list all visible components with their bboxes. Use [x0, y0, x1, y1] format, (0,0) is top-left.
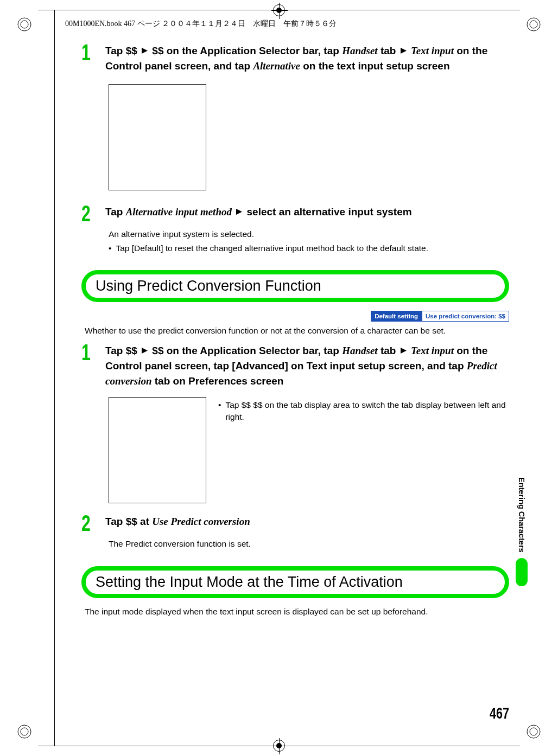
crop-line — [38, 746, 520, 746]
triangle-icon — [401, 48, 407, 54]
bullet-icon: • — [109, 242, 111, 254]
section-intro: The input mode displayed when the text i… — [85, 607, 509, 617]
svg-marker-10 — [236, 209, 242, 215]
crop-line — [54, 10, 55, 746]
screenshot-placeholder — [109, 397, 206, 503]
svg-marker-11 — [142, 348, 148, 354]
svg-point-4 — [18, 725, 31, 738]
triangle-icon — [401, 348, 407, 354]
step-title: Tap Alternative input method select an a… — [105, 204, 509, 220]
section-heading-text: Using Predict Conversion Function — [96, 278, 495, 294]
svg-marker-12 — [401, 348, 407, 354]
badge-label: Default setting — [371, 311, 422, 322]
default-setting-badge: Default setting Use predict conversion: … — [371, 311, 509, 322]
section-heading: Setting the Input Mode at the Time of Ac… — [81, 566, 509, 598]
svg-point-6 — [527, 725, 540, 738]
bullet-note: • Tap $$ $$ on the tab display area to s… — [218, 399, 509, 422]
svg-point-7 — [530, 728, 537, 735]
triangle-icon — [236, 209, 242, 215]
chapter-side-tab: Entering Characters — [516, 477, 528, 586]
step-number: 2 — [81, 202, 99, 225]
svg-point-3 — [530, 21, 537, 28]
badge-value: Use predict conversion: $$ — [422, 311, 509, 322]
ring-icon — [16, 723, 33, 740]
bullet-icon: • — [218, 399, 221, 422]
svg-point-1 — [21, 21, 28, 28]
step-1: 1 Tap $$ $$ on the Application Selector … — [81, 343, 509, 388]
step-title: Tap $$ $$ on the Application Selector ba… — [105, 43, 509, 73]
chapter-label: Entering Characters — [517, 477, 526, 553]
step-sub-text: An alternative input system is selected. — [109, 228, 509, 240]
svg-marker-8 — [142, 48, 148, 54]
ring-icon — [525, 16, 542, 33]
svg-point-5 — [21, 728, 28, 735]
step-number: 1 — [81, 41, 99, 64]
svg-point-2 — [527, 18, 540, 31]
section-intro: Whether to use the predict conversion fu… — [85, 326, 509, 336]
triangle-icon — [142, 48, 148, 54]
chapter-indicator — [516, 558, 528, 586]
page-number: 467 — [490, 704, 509, 722]
svg-point-0 — [18, 18, 31, 31]
section-heading-text: Setting the Input Mode at the Time of Ac… — [96, 574, 495, 591]
bullet-note: • Tap [Default] to reset the changed alt… — [109, 242, 509, 254]
crop-line — [38, 10, 520, 10]
svg-marker-9 — [401, 48, 407, 54]
figure-row: • Tap $$ $$ on the tab display area to s… — [81, 392, 509, 514]
ring-icon — [16, 16, 33, 33]
document-header-info: 00M1000EN.book 467 ページ ２００４年１１月２４日 水曜日 午… — [65, 19, 337, 29]
step-title: Tap $$ at Use Predict conversion — [105, 514, 509, 529]
screenshot-placeholder — [109, 84, 206, 190]
step-2: 2 Tap Alternative input method select an… — [81, 204, 509, 225]
side-note: • Tap $$ $$ on the tab display area to s… — [218, 397, 509, 422]
step-number: 2 — [81, 512, 99, 535]
step-sub-text: The Predict conversion function is set. — [109, 538, 509, 550]
ring-icon — [525, 723, 542, 740]
step-title: Tap $$ $$ on the Application Selector ba… — [105, 343, 509, 388]
registration-mark-top — [273, 4, 285, 16]
step-number: 1 — [81, 341, 99, 364]
page-content: 1 Tap $$ $$ on the Application Selector … — [81, 43, 509, 702]
step-2: 2 Tap $$ at Use Predict conversion — [81, 514, 509, 535]
triangle-icon — [142, 348, 148, 354]
section-heading: Using Predict Conversion Function — [81, 270, 509, 302]
step-1: 1 Tap $$ $$ on the Application Selector … — [81, 43, 509, 73]
